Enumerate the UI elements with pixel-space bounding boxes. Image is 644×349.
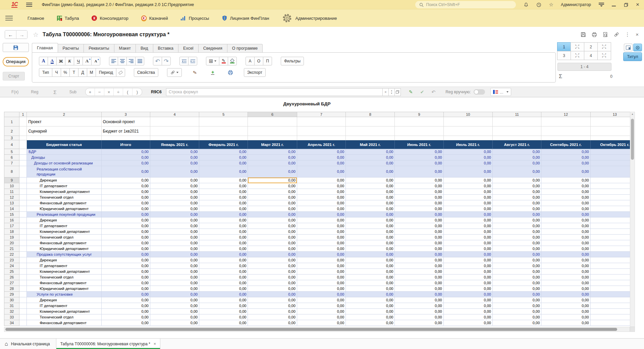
cell-r26c13[interactable]: 0,00 [590,275,630,280]
cell-r7c8[interactable]: 0,00 [346,160,395,166]
cell-r24c3[interactable]: 0,00 [101,263,150,269]
cell-r23c9[interactable]: 0,00 [395,257,443,263]
grid-cell[interactable] [248,117,297,127]
row-header-1[interactable]: 1 [4,117,19,127]
cell-r16c10[interactable]: 0,00 [443,217,492,223]
font-name-button[interactable]: А [39,57,48,65]
cell-r17c12[interactable]: 0,00 [541,223,590,229]
grid-cell[interactable] [19,140,27,149]
grid-cell[interactable] [19,275,27,280]
link-dropdown-button[interactable] [167,68,182,77]
grid-cell[interactable] [19,183,27,189]
save-icon[interactable] [581,32,586,37]
favorite-star-icon[interactable]: ☆ [33,31,39,39]
cell-r10c3[interactable]: 0,00 [101,183,150,189]
cell-r7c13[interactable]: 0,00 [590,160,630,166]
filters-button[interactable]: Фильтры [281,57,304,65]
cell-r5c4[interactable]: 0,00 [150,149,199,155]
row-header-2[interactable]: 2 [4,127,19,136]
cell-r16c8[interactable]: 0,00 [346,217,395,223]
edit-formula-icon[interactable]: ✎ [409,89,413,95]
row-header-29[interactable]: 29 [4,292,19,297]
budget-item-label[interactable]: Коммерческий департамент [27,309,101,314]
increase-indent-button[interactable] [188,57,197,65]
cell-r28c9[interactable]: 0,00 [395,286,443,292]
grid-cell[interactable] [19,117,27,127]
row-header-23[interactable]: 23 [4,257,19,263]
cell-r14c8[interactable]: 0,00 [346,206,395,212]
view-range-button[interactable]: 1 - 4 [557,63,611,71]
cell-r25c3[interactable]: 0,00 [101,269,150,275]
cell-r31c4[interactable]: 0,00 [150,303,199,309]
cell-r27c9[interactable]: 0,00 [395,280,443,286]
cell-r18c6[interactable]: 0,00 [248,229,297,235]
current-user[interactable]: Администратор [561,2,591,7]
row-header-31[interactable]: 31 [4,303,19,309]
plus-op-button[interactable]: + [86,88,95,96]
cell-r9c5[interactable]: 0,00 [199,178,248,183]
cell-r28c3[interactable]: 0,00 [101,286,150,292]
cell-r8c6[interactable]: 0,00 [248,166,297,178]
budget-item-label[interactable]: IT департамент [27,223,101,229]
tab-vid[interactable]: Вид [136,44,153,53]
tab-o-programme[interactable]: О программе [227,44,263,53]
cell-r20c5[interactable]: 0,00 [199,240,248,246]
column-header-1[interactable]: 1 [19,112,27,117]
cell-r12c11[interactable]: 0,00 [492,195,541,200]
cell-r31c9[interactable]: 0,00 [395,303,443,309]
cell-r25c10[interactable]: 0,00 [443,269,492,275]
cell-r8c4[interactable]: 0,00 [150,166,199,178]
cell-r33c11[interactable]: 0,00 [492,314,541,320]
grid-cell[interactable] [150,127,199,136]
cell-r30c7[interactable]: 0,00 [297,297,345,303]
grid-cell[interactable] [541,117,590,127]
cell-r25c13[interactable]: 0,00 [590,269,630,275]
row-header-33[interactable]: 33 [4,314,19,320]
cell-r9c7[interactable]: 0,00 [297,178,345,183]
cell-r16c12[interactable]: 0,00 [541,217,590,223]
cell-r29c10[interactable]: 0,00 [443,292,492,297]
row-header-26[interactable]: 26 [4,275,19,280]
cell-r7c7[interactable]: 0,00 [297,160,345,166]
spreadsheet[interactable]: 123456789101112131ПроектОсновной проект2… [4,112,630,327]
grid-cell[interactable] [19,235,27,240]
cell-r27c10[interactable]: 0,00 [443,280,492,286]
row-header-24[interactable]: 24 [4,263,19,269]
grid-cell[interactable] [19,246,27,252]
grid-cell[interactable] [199,127,248,136]
revert-icon[interactable]: ↶ [431,89,435,95]
row-header-12[interactable]: 12 [4,195,19,200]
month-column-header[interactable]: Апрель 2021 г. [297,140,345,149]
cell-r13c8[interactable]: 0,00 [346,200,395,206]
cell-r9c8[interactable]: 0,00 [346,178,395,183]
month-column-header[interactable]: Май 2021 г. [346,140,395,149]
cell-r12c13[interactable]: 0,00 [590,195,630,200]
cell-r15c5[interactable]: 0,00 [199,212,248,217]
properties-button[interactable]: Свойства [134,68,158,77]
row-header-8[interactable]: 8 [4,166,19,178]
cell-r11c13[interactable]: 0,00 [590,189,630,195]
cell-r17c6[interactable]: 0,00 [248,223,297,229]
cell-r29c7[interactable]: 0,00 [297,292,345,297]
cell-r18c8[interactable]: 0,00 [346,229,395,235]
cell-r11c7[interactable]: 0,00 [297,189,345,195]
grid-cell[interactable] [19,303,27,309]
view-3-expand-button[interactable]: ↖↗↙↘ [571,51,584,60]
cell-r7c11[interactable]: 0,00 [492,160,541,166]
grid-cell[interactable] [150,136,199,140]
cell-r33c8[interactable]: 0,00 [346,314,395,320]
border-color-button[interactable]: ✎ [219,57,228,65]
letter-a-button[interactable]: А [246,57,255,65]
column-header-5[interactable]: 5 [199,112,248,117]
cell-r5c5[interactable]: 0,00 [199,149,248,155]
cell-r32c7[interactable]: 0,00 [297,309,345,314]
cell-r11c11[interactable]: 0,00 [492,189,541,195]
month-column-header[interactable]: Итого [101,140,150,149]
column-header-8[interactable]: 8 [346,112,395,117]
cell-r13c9[interactable]: 0,00 [395,200,443,206]
cell-r6c10[interactable]: 0,00 [443,155,492,160]
grid-cell[interactable] [19,223,27,229]
cell-r29c8[interactable]: 0,00 [346,292,395,297]
cell-r26c7[interactable]: 0,00 [297,275,345,280]
letter-p-button[interactable]: П [263,57,272,65]
